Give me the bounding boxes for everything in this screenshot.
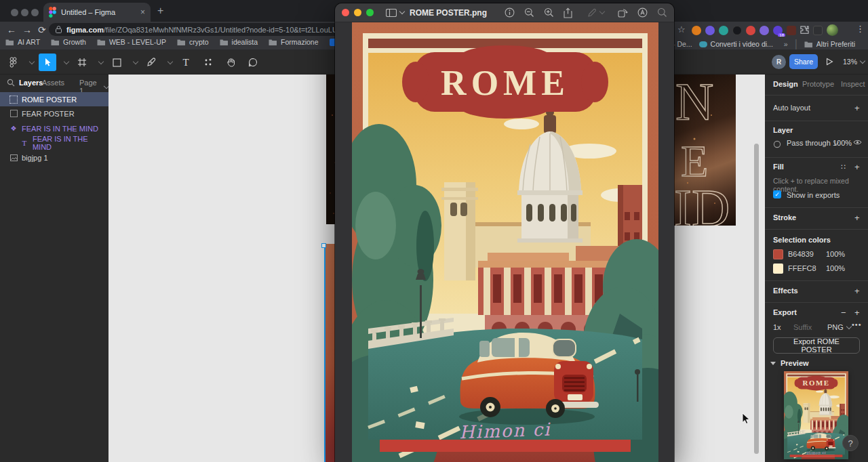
tab-assets[interactable]: Assets (42, 79, 64, 87)
bookmark-item[interactable]: crypto (177, 38, 209, 46)
layer-row-rome-poster[interactable]: ROME POSTER (0, 92, 108, 106)
bookmark-item-converti[interactable]: Converti i video di... (699, 40, 773, 48)
sidebar-toggle-icon[interactable] (386, 9, 397, 17)
export-scale[interactable]: 1x (773, 323, 781, 331)
resources-tool[interactable] (199, 54, 217, 71)
frame-tool[interactable] (73, 54, 91, 71)
tab-layers[interactable]: Layers (19, 79, 43, 87)
chevron-down-icon[interactable] (399, 9, 405, 14)
export-format-selector[interactable]: PNG (827, 323, 851, 331)
browser-tab[interactable]: Untitled – Figma × (43, 3, 151, 22)
chevron-down-icon[interactable] (98, 58, 104, 64)
hand-tool[interactable] (222, 54, 239, 71)
add-export-button[interactable]: + (854, 308, 860, 318)
export-suffix-field[interactable]: Suffix (793, 323, 812, 331)
new-tab-button[interactable]: + (157, 5, 163, 17)
extension-icon[interactable] (787, 26, 796, 35)
browser-panel-icon[interactable] (813, 26, 823, 35)
window-close-button[interactable] (11, 9, 18, 16)
bookmark-item[interactable]: AI ART (5, 38, 40, 46)
export-rome-poster-button[interactable]: Export ROME POSTER (773, 337, 860, 354)
chevron-down-icon[interactable] (29, 58, 35, 64)
figma-main-menu[interactable] (4, 54, 22, 71)
export-options-icon[interactable]: ••• (852, 320, 862, 329)
move-tool[interactable] (39, 54, 56, 71)
bookmark-item[interactable]: Growth (51, 38, 86, 46)
text-tool[interactable]: T (177, 54, 195, 71)
tab-prototype[interactable]: Prototype (802, 80, 834, 88)
preview-titlebar[interactable]: ROME POSTER.png (335, 3, 674, 22)
close-button[interactable] (342, 9, 349, 16)
mixed-fill-icon[interactable]: ∷ (841, 163, 846, 171)
color-hex[interactable]: FFEFC8 (788, 264, 816, 272)
chevron-down-icon[interactable] (133, 58, 138, 64)
layer-row-text[interactable]: T FEAR IS IN THE MIND (0, 135, 108, 150)
canvas-scrollbar[interactable] (754, 144, 759, 454)
selection-handle[interactable] (321, 243, 326, 248)
add-stroke-button[interactable]: + (854, 213, 860, 223)
extension-icon[interactable] (760, 26, 769, 35)
color-hex[interactable]: B64839 (788, 250, 814, 258)
bookmark-item-partial[interactable]: - De... (673, 40, 692, 48)
tab-close-icon[interactable]: × (140, 7, 145, 17)
zoom-level-selector[interactable]: 13% (843, 58, 865, 66)
color-opacity[interactable]: 100% (826, 250, 845, 258)
blend-mode-icon[interactable] (773, 140, 781, 148)
layer-opacity-value[interactable]: 100% (833, 139, 852, 147)
preview-disclosure[interactable]: Preview (770, 359, 809, 367)
comment-tool[interactable] (244, 54, 262, 71)
color-swatch-red[interactable] (773, 249, 783, 259)
extension-icon[interactable] (705, 26, 715, 35)
pen-tool[interactable] (142, 54, 160, 71)
add-auto-layout-button[interactable]: + (854, 103, 860, 113)
bookmark-item[interactable]: WEB - LEVEL-UP (97, 38, 166, 46)
search-icon[interactable] (7, 79, 15, 87)
profile-avatar[interactable] (827, 24, 838, 36)
present-button[interactable] (826, 58, 833, 66)
layer-row-image[interactable]: bigjpg 1 (0, 150, 108, 165)
extension-icon[interactable] (746, 26, 755, 35)
reload-icon[interactable]: ⟳ (38, 25, 46, 35)
extension-icon[interactable] (692, 26, 701, 35)
add-fill-button[interactable]: + (854, 162, 860, 172)
rotate-icon[interactable] (618, 8, 628, 18)
color-swatch-cream[interactable] (773, 264, 783, 274)
user-avatar[interactable]: R (772, 55, 786, 69)
eye-icon[interactable] (853, 139, 862, 146)
bookmark-item[interactable]: idealista (220, 38, 258, 46)
chevron-down-icon[interactable] (167, 58, 173, 64)
bookmark-folder-altri[interactable]: Altri Preferiti (804, 40, 855, 48)
puzzle-extensions-icon[interactable] (800, 26, 809, 35)
share-icon[interactable] (564, 7, 572, 18)
extension-icon[interactable] (719, 26, 728, 35)
window-zoom-button[interactable] (31, 9, 39, 16)
forward-icon[interactable]: → (22, 25, 32, 35)
chevron-down-icon[interactable] (64, 58, 69, 64)
tab-inspect[interactable]: Inspect (841, 80, 865, 88)
extension-icon[interactable] (732, 26, 742, 35)
back-icon[interactable]: ← (7, 25, 16, 35)
zoom-in-icon[interactable] (544, 7, 554, 18)
help-button[interactable]: ? (842, 435, 859, 451)
fullscreen-button[interactable] (366, 9, 374, 16)
layer-row-component[interactable]: ❖ FEAR IS IN THE MIND (0, 121, 108, 135)
zoom-out-icon[interactable] (524, 7, 534, 18)
browser-menu-icon[interactable]: ⋮ (856, 24, 865, 34)
tab-design[interactable]: Design (773, 80, 798, 88)
search-icon[interactable] (657, 7, 667, 18)
color-opacity[interactable]: 100% (826, 264, 845, 272)
layer-row-fear-poster[interactable]: FEAR POSTER (0, 106, 108, 121)
extension-icon[interactable]: 18 (773, 26, 783, 35)
add-effect-button[interactable]: + (854, 286, 860, 296)
bookmark-star-icon[interactable]: ☆ (677, 24, 686, 35)
minimize-button[interactable] (354, 9, 361, 16)
info-icon[interactable] (505, 7, 515, 18)
bookmark-item[interactable]: Formazione (269, 38, 318, 46)
bookmarks-overflow-icon[interactable]: » (784, 40, 788, 48)
window-minimize-button[interactable] (21, 9, 28, 16)
fear-poster-canvas-fragment-right[interactable]: N E ID (674, 75, 736, 226)
remove-export-button[interactable]: − (841, 308, 846, 318)
blend-mode-selector[interactable]: Pass through (787, 139, 838, 147)
show-in-exports-checkbox[interactable]: ✓ (773, 190, 781, 198)
shape-tool[interactable] (108, 54, 125, 71)
